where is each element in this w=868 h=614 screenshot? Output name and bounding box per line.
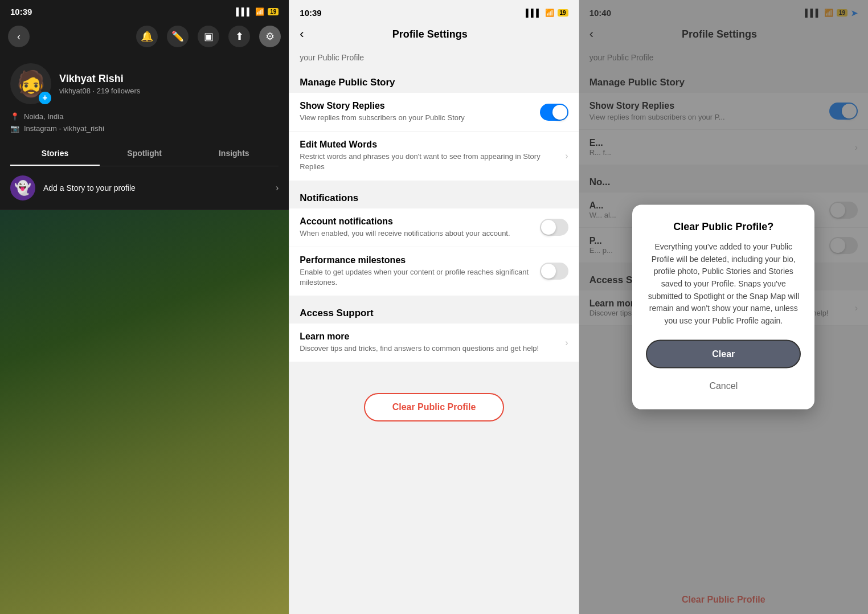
share-button[interactable]: ⬆: [228, 26, 250, 47]
middle-panel: 10:39 ▌▌▌ 📶 19 ‹ Profile Settings your P…: [289, 0, 579, 614]
status-icons-middle: ▌▌▌ 📶 19: [526, 9, 568, 17]
location-row: 📍 Noida, India: [10, 112, 279, 121]
wifi-icon: 📶: [255, 7, 264, 16]
performance-title: Performance milestones: [300, 255, 531, 265]
middle-scroll: your Public Profile Manage Public Story …: [289, 50, 578, 614]
public-story-header: Manage Public Story: [289, 66, 578, 93]
clear-profile-button[interactable]: Clear Public Profile: [364, 393, 505, 421]
right-panel: 10:40 ▌▌▌ 📶 19 ➤ ‹ Profile Settings your…: [579, 0, 868, 614]
muted-words-chevron-icon: ›: [565, 151, 568, 161]
time-left: 10:39: [10, 7, 32, 17]
battery-middle: 19: [558, 9, 568, 17]
learn-more-chevron-icon: ›: [565, 338, 568, 348]
tab-insights[interactable]: Insights: [189, 142, 279, 166]
dialog-cancel-button[interactable]: Cancel: [646, 374, 801, 398]
notifications-button[interactable]: 🔔: [136, 26, 158, 47]
battery-badge-left: 19: [268, 8, 279, 15]
story-icon: 👻: [10, 175, 35, 200]
account-notif-toggle[interactable]: [540, 219, 568, 236]
muted-words-row[interactable]: Edit Muted Words Restrict words and phra…: [289, 132, 578, 181]
muted-words-text: Edit Muted Words Restrict words and phra…: [300, 140, 557, 172]
add-story-chevron-icon: ›: [276, 183, 279, 193]
dialog-clear-button[interactable]: Clear: [646, 339, 801, 368]
account-notif-row[interactable]: Account notifications When enabled, you …: [289, 208, 578, 247]
learn-more-row[interactable]: Learn more Discover tips and tricks, fin…: [289, 324, 578, 362]
grid-button[interactable]: ▣: [198, 26, 219, 47]
profile-meta: 📍 Noida, India 📷 Instagram - vikhyat_ris…: [10, 112, 279, 133]
location-icon: 📍: [10, 112, 19, 121]
profile-username: vikhyat08 · 219 followers: [59, 87, 140, 95]
story-thumbnail: [0, 210, 289, 614]
back-button-left[interactable]: ‹: [8, 26, 30, 47]
status-bar-left: 10:39 ▌▌▌ 📶 19: [0, 0, 289, 21]
status-icons-left: ▌▌▌ 📶 19: [236, 7, 279, 16]
dialog-title: Clear Public Profile?: [646, 221, 801, 233]
avatar-wrap: 🧔 +: [10, 63, 51, 104]
show-replies-desc: View replies from subscribers on your Pu…: [300, 113, 531, 123]
toolbar: ‹ 🔔 ✏️ ▣ ⬆ ⚙: [0, 21, 289, 54]
status-bar-middle: 10:39 ▌▌▌ 📶 19: [289, 0, 578, 22]
profile-section: 🧔 + Vikhyat Rishi vikhyat08 · 219 follow…: [0, 54, 289, 142]
add-story-row[interactable]: 👻 Add a Story to your profile ›: [0, 166, 289, 210]
profile-row: 🧔 + Vikhyat Rishi vikhyat08 · 219 follow…: [10, 63, 279, 104]
show-replies-text: Show Story Replies View replies from sub…: [300, 101, 531, 123]
show-replies-title: Show Story Replies: [300, 101, 531, 111]
clear-profile-dialog: Clear Public Profile? Everything you've …: [632, 205, 814, 410]
edit-button[interactable]: ✏️: [167, 26, 189, 47]
signal-icon: ▌▌▌: [236, 7, 252, 16]
back-button-middle[interactable]: ‹: [300, 27, 304, 42]
add-avatar-button[interactable]: +: [39, 92, 51, 104]
instagram-row: 📷 Instagram - vikhyat_rishi: [10, 124, 279, 133]
account-notif-title: Account notifications: [300, 216, 531, 227]
performance-text: Performance milestones Enable to get upd…: [300, 255, 531, 288]
learn-more-title: Learn more: [300, 331, 557, 342]
signal-icon-middle: ▌▌▌: [526, 9, 542, 17]
instagram-icon: 📷: [10, 124, 19, 133]
story-image: [0, 210, 289, 614]
left-panel: 10:39 ▌▌▌ 📶 19 ‹ 🔔 ✏️ ▣ ⬆ ⚙ 🧔 + Vikhyat …: [0, 0, 289, 614]
profile-tabs: Stories Spotlight Insights: [10, 142, 279, 166]
profile-name: Vikhyat Rishi: [59, 73, 140, 85]
instagram-text: Instagram - vikhyat_rishi: [24, 124, 104, 133]
performance-desc: Enable to get updates when your content …: [300, 267, 531, 288]
profile-info: Vikhyat Rishi vikhyat08 · 219 followers: [59, 73, 140, 95]
time-middle: 10:39: [300, 8, 321, 18]
middle-header: ‹ Profile Settings: [289, 22, 578, 50]
muted-words-desc: Restrict words and phrases you don't wan…: [300, 152, 557, 172]
tab-stories[interactable]: Stories: [10, 142, 100, 166]
performance-row[interactable]: Performance milestones Enable to get upd…: [289, 247, 578, 296]
account-notif-text: Account notifications When enabled, you …: [300, 216, 531, 239]
performance-toggle[interactable]: [540, 263, 568, 280]
subtitle-middle: your Public Profile: [289, 50, 578, 66]
learn-more-desc: Discover tips and tricks, find answers t…: [300, 343, 557, 354]
tab-spotlight[interactable]: Spotlight: [100, 142, 189, 166]
notifications-header: Notifications: [289, 181, 578, 208]
gear-button[interactable]: ⚙: [259, 26, 281, 47]
dialog-body: Everything you've added to your Public P…: [646, 241, 801, 328]
learn-more-text: Learn more Discover tips and tricks, fin…: [300, 331, 557, 354]
wifi-icon-middle: 📶: [545, 9, 554, 17]
show-replies-toggle[interactable]: [540, 104, 568, 121]
muted-words-title: Edit Muted Words: [300, 140, 557, 150]
middle-title: Profile Settings: [311, 28, 549, 40]
location-text: Noida, India: [24, 112, 63, 121]
access-support-header: Access Support: [289, 296, 578, 324]
add-story-label: Add a Story to your profile: [43, 183, 268, 193]
show-replies-row[interactable]: Show Story Replies View replies from sub…: [289, 93, 578, 132]
account-notif-desc: When enabled, you will receive notificat…: [300, 228, 531, 239]
clear-profile-section: Clear Public Profile: [289, 385, 578, 429]
